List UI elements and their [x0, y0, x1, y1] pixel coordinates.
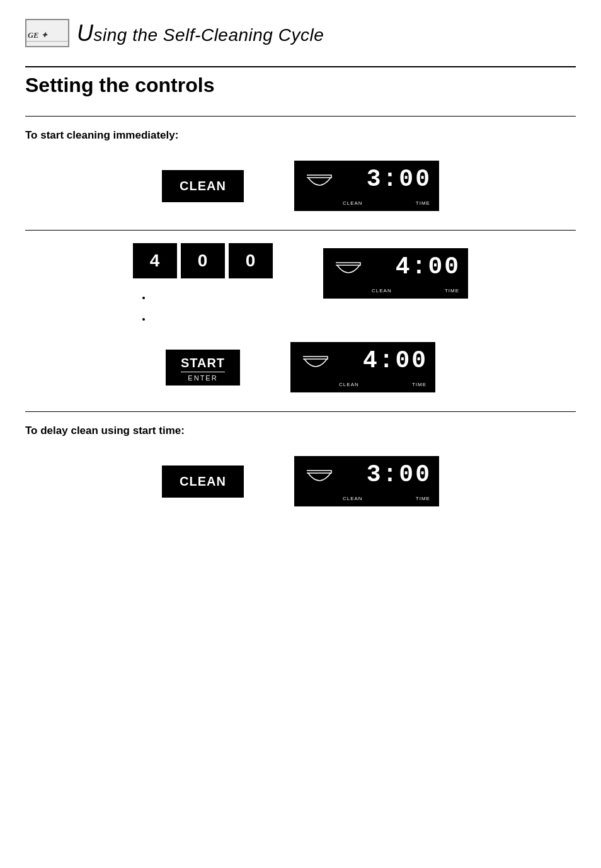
display-icon-delay-1: [302, 464, 336, 499]
display-icon-3: [298, 350, 333, 385]
display-right-1: 3:00 CLEAN TIME: [341, 166, 432, 206]
clean-button-delay[interactable]: CLEAN: [162, 465, 244, 498]
display-icon-1: [302, 169, 336, 203]
display-time-2: 4:00: [396, 253, 461, 280]
digit-0a-button[interactable]: 0: [181, 243, 225, 278]
enter-label: ENTER: [181, 372, 225, 382]
display-labels-3: CLEAN TIME: [338, 382, 428, 387]
display-panel-3: 4:00 CLEAN TIME: [290, 342, 435, 392]
display-time-label-delay-1: TIME: [416, 496, 430, 501]
bullet-1: [152, 287, 154, 309]
header-title: Using the Self-Cleaning Cycle: [77, 20, 324, 47]
clean-button-1[interactable]: CLEAN: [162, 170, 244, 202]
delay-label: To delay clean using start time:: [25, 425, 576, 437]
digit-row: 4 0 0: [133, 243, 273, 278]
step-3-row: START ENTER 4:00 CLEAN TIME: [25, 342, 576, 392]
step-1-row: CLEAN 3:00 CLEAN TIME: [25, 161, 576, 211]
display-time-3: 4:00: [363, 347, 428, 374]
section-divider-top: [25, 66, 576, 67]
header-logo: GE ✦: [25, 19, 69, 47]
display-panel-delay-1: 3:00 CLEAN TIME: [294, 456, 439, 506]
divider-1: [25, 116, 576, 117]
display-labels-delay-1: CLEAN TIME: [341, 496, 432, 501]
divider-3: [25, 411, 576, 412]
page-header: GE ✦ Using the Self-Cleaning Cycle: [25, 19, 576, 47]
display-time-label-2: TIME: [445, 288, 459, 294]
display-right-2: 4:00 CLEAN TIME: [370, 253, 461, 294]
display-clean-label-delay-1: CLEAN: [343, 496, 363, 501]
display-right-3: 4:00 CLEAN TIME: [338, 347, 428, 387]
start-label: START: [181, 356, 225, 370]
svg-text:GE ✦: GE ✦: [28, 30, 49, 39]
display-clean-label-2: CLEAN: [372, 288, 392, 294]
display-icon-2: [331, 256, 365, 291]
display-labels-2: CLEAN TIME: [370, 288, 461, 294]
display-time-label-3: TIME: [412, 382, 426, 387]
bullet-2: [152, 309, 154, 330]
digit-0b-button[interactable]: 0: [229, 243, 273, 278]
start-enter-button[interactable]: START ENTER: [166, 350, 240, 385]
display-time-1: 3:00: [367, 166, 432, 193]
delay-step-1-row: CLEAN 3:00 CLEAN TIME: [25, 456, 576, 506]
display-panel-2: 4:00 CLEAN TIME: [323, 248, 468, 299]
section-heading: Setting the controls: [25, 74, 576, 97]
display-right-delay-1: 3:00 CLEAN TIME: [341, 461, 432, 501]
display-clean-label-3: CLEAN: [339, 382, 359, 387]
divider-2: [25, 230, 576, 231]
display-clean-label-1: CLEAN: [343, 200, 363, 206]
immediately-label: To start cleaning immediately:: [25, 129, 576, 142]
display-time-label-1: TIME: [416, 200, 430, 206]
display-time-delay-1: 3:00: [367, 461, 432, 488]
display-panel-1: 3:00 CLEAN TIME: [294, 161, 439, 211]
display-labels-1: CLEAN TIME: [341, 200, 432, 206]
digit-4-button[interactable]: 4: [133, 243, 177, 278]
